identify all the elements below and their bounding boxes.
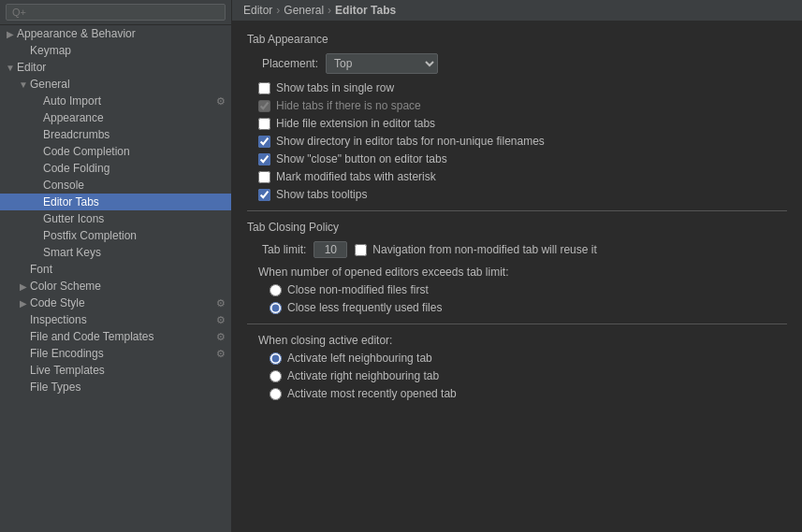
breadcrumb-general: General xyxy=(284,4,324,17)
radio-activate-right[interactable] xyxy=(270,370,282,382)
activate-options-container: Activate left neighbouring tabActivate r… xyxy=(247,352,787,400)
sidebar-label-file-and-code: File and Code Templates xyxy=(30,330,154,343)
checkbox-mark-modified[interactable] xyxy=(258,171,270,183)
sidebar-item-auto-import[interactable]: Auto Import⚙ xyxy=(0,93,231,109)
sidebar-item-code-completion[interactable]: Code Completion xyxy=(0,143,231,160)
tree-arrow-color-scheme: ▶ xyxy=(17,281,30,292)
radio-label-close-non-modified: Close non-modified files first xyxy=(287,283,429,296)
tree-arrow-appearance-behavior: ▶ xyxy=(4,29,17,39)
tab-limit-input[interactable] xyxy=(314,241,347,258)
radio-row-activate-right: Activate right neighbouring tab xyxy=(247,369,787,382)
nav-reuse-checkbox-row: Navigation from non-modified tab will re… xyxy=(355,243,596,256)
radio-row-close-less-frequent: Close less frequently used files xyxy=(247,301,787,314)
sidebar-label-file-encodings: File Encodings xyxy=(30,347,104,360)
breadcrumb: Editor › General › Editor Tabs xyxy=(232,0,802,22)
checkbox-show-close[interactable] xyxy=(258,153,270,165)
close-options-container: Close non-modified files firstClose less… xyxy=(247,283,787,314)
sidebar-item-live-templates[interactable]: Live Templates xyxy=(0,362,231,379)
tree-arrow-general: ▼ xyxy=(17,79,30,90)
sidebar-label-code-folding: Code Folding xyxy=(43,162,109,175)
checkbox-single-row[interactable] xyxy=(258,82,270,94)
search-input[interactable] xyxy=(6,4,226,21)
sidebar: ▶Appearance & BehaviorKeymap▼Editor▼Gene… xyxy=(0,0,232,532)
sidebar-label-color-scheme: Color Scheme xyxy=(30,280,101,293)
sidebar-label-code-completion: Code Completion xyxy=(43,145,130,158)
sidebar-label-file-types: File Types xyxy=(30,381,80,394)
sidebar-item-gutter-icons[interactable]: Gutter Icons xyxy=(0,210,231,227)
checkbox-show-directory[interactable] xyxy=(258,136,270,148)
checkbox-label-single-row: Show tabs in single row xyxy=(276,81,394,94)
sidebar-item-appearance[interactable]: Appearance xyxy=(0,109,231,126)
checkbox-show-tooltips[interactable] xyxy=(258,189,270,201)
checkbox-label-hide-extension: Hide file extension in editor tabs xyxy=(276,117,435,130)
sidebar-item-editor[interactable]: ▼Editor xyxy=(0,59,231,76)
settings-icon-file-encodings: ⚙ xyxy=(216,348,231,360)
settings-icon-inspections: ⚙ xyxy=(216,314,231,326)
sidebar-item-postfix-completion[interactable]: Postfix Completion xyxy=(0,227,231,244)
sidebar-item-inspections[interactable]: Inspections⚙ xyxy=(0,311,231,328)
sidebar-item-code-style[interactable]: ▶Code Style⚙ xyxy=(0,295,231,311)
when-exceeds-label: When number of opened editors exceeds ta… xyxy=(247,266,787,279)
section-divider xyxy=(247,210,787,211)
sidebar-item-file-encodings[interactable]: File Encodings⚙ xyxy=(0,345,231,362)
radio-label-close-less-frequent: Close less frequently used files xyxy=(287,301,442,314)
checkbox-row-show-close: Show "close" button on editor tabs xyxy=(247,152,787,165)
settings-content: Tab Appearance Placement: TopBottomLeftR… xyxy=(232,22,802,532)
search-box[interactable] xyxy=(0,0,231,25)
breadcrumb-sep1: › xyxy=(276,4,280,17)
sidebar-label-smart-keys: Smart Keys xyxy=(43,246,101,259)
checkbox-label-mark-modified: Mark modified tabs with asterisk xyxy=(276,170,436,183)
sidebar-item-code-folding[interactable]: Code Folding xyxy=(0,160,231,177)
sidebar-label-breadcrumbs: Breadcrumbs xyxy=(43,128,109,141)
checkbox-label-show-tooltips: Show tabs tooltips xyxy=(276,188,367,201)
placement-select[interactable]: TopBottomLeftRightNone xyxy=(326,53,438,74)
tab-appearance-section-title: Tab Appearance xyxy=(247,33,787,46)
sidebar-label-console: Console xyxy=(43,179,84,192)
checkbox-label-hide-no-space: Hide tabs if there is no space xyxy=(276,99,421,112)
when-closing-label: When closing active editor: xyxy=(247,334,787,347)
sidebar-item-color-scheme[interactable]: ▶Color Scheme xyxy=(0,278,231,295)
sidebar-item-file-and-code[interactable]: File and Code Templates⚙ xyxy=(0,328,231,345)
radio-label-activate-left: Activate left neighbouring tab xyxy=(287,352,432,365)
sidebar-item-editor-tabs[interactable]: Editor Tabs xyxy=(0,194,231,210)
settings-icon-code-style: ⚙ xyxy=(216,297,231,309)
radio-row-close-non-modified: Close non-modified files first xyxy=(247,283,787,296)
sidebar-label-inspections: Inspections xyxy=(30,313,87,326)
radio-close-less-frequent[interactable] xyxy=(270,302,282,314)
sidebar-label-gutter-icons: Gutter Icons xyxy=(43,212,104,225)
sidebar-label-postfix-completion: Postfix Completion xyxy=(43,229,137,242)
checkbox-label-show-directory: Show directory in editor tabs for non-un… xyxy=(276,135,545,148)
sidebar-label-editor-tabs: Editor Tabs xyxy=(43,195,99,208)
checkbox-row-hide-no-space: Hide tabs if there is no space xyxy=(247,99,787,112)
sidebar-label-keymap: Keymap xyxy=(30,44,71,57)
sidebar-item-general[interactable]: ▼General xyxy=(0,76,231,93)
settings-icon-file-and-code: ⚙ xyxy=(216,331,231,343)
checkbox-row-show-tooltips: Show tabs tooltips xyxy=(247,188,787,201)
sidebar-label-auto-import: Auto Import xyxy=(43,94,101,108)
radio-activate-left[interactable] xyxy=(270,352,282,365)
tab-limit-row: Tab limit: Navigation from non-modified … xyxy=(247,241,787,258)
sidebar-item-console[interactable]: Console xyxy=(0,177,231,194)
breadcrumb-sep2: › xyxy=(328,4,331,17)
sidebar-item-font[interactable]: Font xyxy=(0,261,231,278)
sidebar-item-appearance-behavior[interactable]: ▶Appearance & Behavior xyxy=(0,25,231,42)
nav-reuse-checkbox[interactable] xyxy=(355,244,367,256)
checkbox-hide-no-space xyxy=(258,100,270,112)
placement-label: Placement: xyxy=(262,57,318,70)
radio-close-non-modified[interactable] xyxy=(270,284,282,296)
breadcrumb-current: Editor Tabs xyxy=(335,4,396,17)
sidebar-label-font: Font xyxy=(30,263,52,276)
sidebar-item-breadcrumbs[interactable]: Breadcrumbs xyxy=(0,126,231,143)
main-panel: Editor › General › Editor Tabs Tab Appea… xyxy=(232,0,802,532)
sidebar-item-smart-keys[interactable]: Smart Keys xyxy=(0,244,231,261)
tab-closing-section-title: Tab Closing Policy xyxy=(247,221,787,234)
checkbox-hide-extension[interactable] xyxy=(258,118,270,130)
sidebar-label-appearance-behavior: Appearance & Behavior xyxy=(17,27,136,40)
checkboxes-container: Show tabs in single rowHide tabs if ther… xyxy=(247,81,787,201)
sidebar-item-file-types[interactable]: File Types xyxy=(0,379,231,395)
radio-activate-recent[interactable] xyxy=(270,388,282,400)
sidebar-item-keymap[interactable]: Keymap xyxy=(0,42,231,59)
tree-container: ▶Appearance & BehaviorKeymap▼Editor▼Gene… xyxy=(0,25,231,395)
section-divider-2 xyxy=(247,324,787,324)
checkbox-row-mark-modified: Mark modified tabs with asterisk xyxy=(247,170,787,183)
